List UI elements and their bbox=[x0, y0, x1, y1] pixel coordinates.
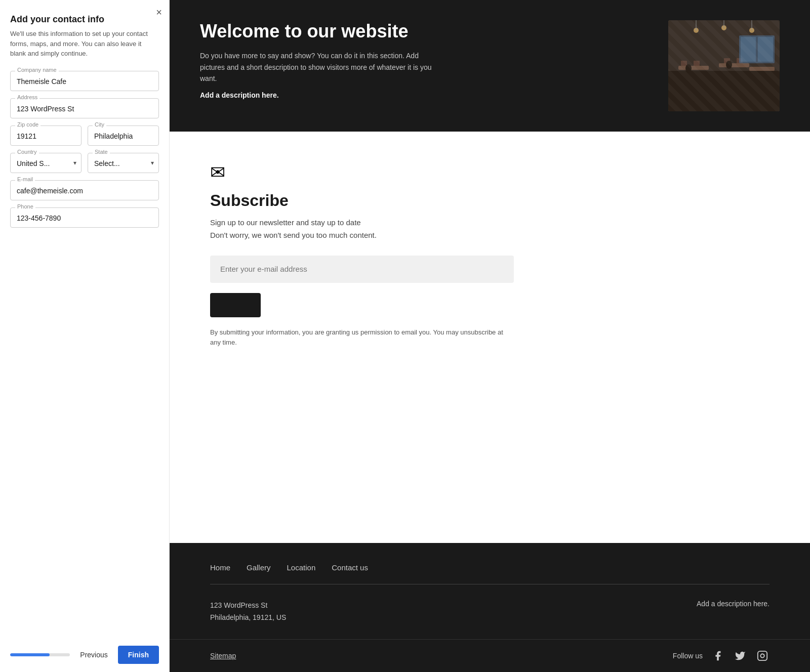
svg-point-11 bbox=[749, 28, 754, 33]
footer-nav-location[interactable]: Location bbox=[287, 563, 316, 572]
svg-rect-1 bbox=[668, 71, 780, 111]
svg-rect-8 bbox=[737, 58, 743, 63]
footer-nav-contact[interactable]: Contact us bbox=[332, 563, 368, 572]
follow-section: Follow us bbox=[673, 649, 770, 663]
previous-button[interactable]: Previous bbox=[76, 649, 111, 661]
email-label: E-mail bbox=[15, 176, 35, 182]
city-field: City bbox=[88, 125, 159, 146]
footer-address-line1: 123 WordPress St bbox=[210, 600, 286, 612]
svg-rect-16 bbox=[741, 37, 756, 62]
subscribe-section: ✉ Subscribe Sign up to our newsletter an… bbox=[170, 132, 810, 543]
finish-button[interactable]: Finish bbox=[118, 646, 159, 664]
svg-rect-0 bbox=[668, 20, 780, 111]
follow-label: Follow us bbox=[673, 652, 703, 660]
svg-point-18 bbox=[685, 64, 692, 72]
footer-divider bbox=[210, 584, 770, 584]
bottom-bar: Sitemap Follow us bbox=[170, 639, 810, 672]
svg-rect-4 bbox=[749, 67, 775, 71]
progress-bar bbox=[10, 653, 70, 656]
hero-image-inner bbox=[668, 20, 780, 111]
envelope-icon: ✉ bbox=[210, 162, 770, 183]
state-label: State bbox=[93, 149, 110, 155]
svg-rect-2 bbox=[678, 66, 709, 70]
email-field: E-mail bbox=[10, 180, 159, 200]
hero-title: Welcome to our website bbox=[200, 20, 648, 42]
zip-code-label: Zip code bbox=[15, 121, 40, 128]
city-label: City bbox=[93, 121, 106, 128]
zip-code-field: Zip code bbox=[10, 125, 82, 146]
hero-image bbox=[668, 20, 780, 111]
hero-text: Welcome to our website Do you have more … bbox=[200, 20, 648, 99]
svg-rect-17 bbox=[758, 37, 773, 62]
country-label: Country bbox=[15, 149, 39, 155]
preview-panel: Welcome to our website Do you have more … bbox=[170, 0, 810, 672]
address-label: Address bbox=[15, 94, 39, 100]
country-select-wrapper: United S... Canada United Kingdom bbox=[10, 153, 82, 173]
footer-nav-gallery[interactable]: Gallery bbox=[247, 563, 271, 572]
address-input[interactable] bbox=[10, 98, 159, 118]
hero-add-desc: Add a description here. bbox=[200, 91, 648, 99]
state-select-wrapper: Select... Pennsylvania California bbox=[88, 153, 159, 173]
email-input[interactable] bbox=[10, 180, 159, 200]
subscribe-disclaimer: By submitting your information, you are … bbox=[210, 327, 514, 347]
country-field: Country United S... Canada United Kingdo… bbox=[10, 153, 82, 173]
footer-bottom: 123 WordPress St Philadelphia, 19121, US… bbox=[210, 600, 770, 639]
footer-nav-home[interactable]: Home bbox=[210, 563, 230, 572]
city-input[interactable] bbox=[88, 125, 159, 146]
subscribe-line2: Don't worry, we won't send you too much … bbox=[210, 231, 770, 239]
facebook-icon[interactable] bbox=[711, 649, 725, 663]
subscribe-button[interactable] bbox=[210, 293, 261, 317]
zip-code-input[interactable] bbox=[10, 125, 82, 146]
svg-rect-3 bbox=[719, 63, 749, 67]
state-field: State Select... Pennsylvania California bbox=[88, 153, 159, 173]
site-footer: Home Gallery Location Contact us 123 Wor… bbox=[170, 543, 810, 639]
svg-rect-6 bbox=[694, 61, 700, 66]
address-field: Address bbox=[10, 98, 159, 118]
subscribe-line1: Sign up to our newsletter and stay up to… bbox=[210, 218, 770, 227]
svg-rect-15 bbox=[739, 35, 775, 63]
footer-address-line2: Philadelphia, 19121, US bbox=[210, 612, 286, 624]
state-select[interactable]: Select... Pennsylvania California bbox=[88, 153, 159, 173]
hero-section: Welcome to our website Do you have more … bbox=[170, 0, 810, 132]
svg-point-10 bbox=[721, 25, 726, 30]
subscribe-title: Subscribe bbox=[210, 191, 770, 210]
footer-desc: Add a description here. bbox=[697, 600, 770, 608]
subscribe-email-input[interactable] bbox=[220, 265, 504, 273]
company-name-input[interactable] bbox=[10, 71, 159, 91]
footer-address: 123 WordPress St Philadelphia, 19121, US bbox=[210, 600, 286, 624]
phone-input[interactable] bbox=[10, 207, 159, 228]
phone-field: Phone bbox=[10, 207, 159, 228]
svg-rect-20 bbox=[758, 651, 767, 660]
hero-illustration bbox=[668, 20, 780, 111]
email-subscribe-wrapper bbox=[210, 256, 514, 283]
panel-description: We'll use this information to set up you… bbox=[10, 29, 159, 59]
svg-rect-7 bbox=[724, 58, 730, 63]
footer-nav: Home Gallery Location Contact us bbox=[210, 563, 770, 572]
country-select[interactable]: United S... Canada United Kingdom bbox=[10, 153, 82, 173]
progress-fill bbox=[10, 653, 50, 656]
panel-footer: Previous Finish bbox=[10, 638, 159, 672]
svg-point-9 bbox=[694, 28, 699, 33]
phone-label: Phone bbox=[15, 203, 35, 209]
sitemap-link[interactable]: Sitemap bbox=[210, 652, 236, 660]
company-name-label: Company name bbox=[15, 67, 59, 73]
svg-point-19 bbox=[726, 61, 732, 69]
panel-title: Add your contact info bbox=[10, 14, 159, 25]
close-button[interactable]: × bbox=[156, 7, 162, 17]
instagram-icon[interactable] bbox=[755, 649, 770, 663]
twitter-icon[interactable] bbox=[733, 649, 747, 663]
contact-info-panel: × Add your contact info We'll use this i… bbox=[0, 0, 170, 672]
hero-body: Do you have more to say and show? You ca… bbox=[200, 50, 433, 84]
company-name-field: Company name bbox=[10, 71, 159, 91]
svg-rect-5 bbox=[681, 61, 687, 66]
